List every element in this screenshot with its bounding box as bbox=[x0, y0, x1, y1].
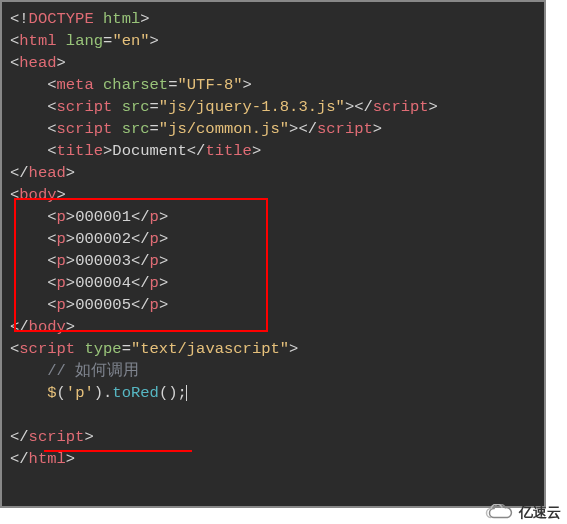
code-line: <p>000003</p> bbox=[10, 250, 536, 272]
code-line bbox=[10, 404, 536, 426]
tag: p bbox=[57, 296, 66, 314]
code-line: <p>000001</p> bbox=[10, 206, 536, 228]
code-line: <p>000005</p> bbox=[10, 294, 536, 316]
text: 000001 bbox=[75, 208, 131, 226]
code-line: <title>Document</title> bbox=[10, 140, 536, 162]
string: "js/jquery-1.8.3.js" bbox=[159, 98, 345, 116]
text: Document bbox=[112, 142, 186, 160]
attr: type bbox=[84, 340, 121, 358]
code-line: <script src="js/common.js"></script> bbox=[10, 118, 536, 140]
text: 000003 bbox=[75, 252, 131, 270]
string: "UTF-8" bbox=[177, 76, 242, 94]
code-line: <script src="js/jquery-1.8.3.js"></scrip… bbox=[10, 96, 536, 118]
tag: p bbox=[150, 274, 159, 292]
method: toRed bbox=[112, 384, 159, 402]
tag: p bbox=[57, 252, 66, 270]
tag: body bbox=[19, 186, 56, 204]
tag: p bbox=[150, 208, 159, 226]
attr: html bbox=[103, 10, 140, 28]
tag: body bbox=[29, 318, 66, 336]
code-line: </head> bbox=[10, 162, 536, 184]
highlight-underline bbox=[44, 450, 192, 452]
attr: src bbox=[122, 120, 150, 138]
string: 'p' bbox=[66, 384, 94, 402]
tag: p bbox=[150, 230, 159, 248]
doctype-keyword: DOCTYPE bbox=[29, 10, 94, 28]
punct: > bbox=[140, 10, 149, 28]
code-line: <!DOCTYPE html> bbox=[10, 8, 536, 30]
jq-dollar: $ bbox=[47, 384, 56, 402]
code-line: </body> bbox=[10, 316, 536, 338]
text: 000005 bbox=[75, 296, 131, 314]
code-editor[interactable]: <!DOCTYPE html> <html lang="en"> <head> … bbox=[0, 0, 546, 508]
code-line: <head> bbox=[10, 52, 536, 74]
tag: head bbox=[19, 54, 56, 72]
tag: script bbox=[373, 98, 429, 116]
punct: <! bbox=[10, 10, 29, 28]
code-line: <body> bbox=[10, 184, 536, 206]
tag: script bbox=[317, 120, 373, 138]
code-line: $('p').toRed(); bbox=[10, 382, 536, 404]
string: "en" bbox=[112, 32, 149, 50]
cloud-icon bbox=[485, 504, 515, 522]
tag: html bbox=[29, 450, 66, 468]
string: "text/javascript" bbox=[131, 340, 289, 358]
watermark: 亿速云 bbox=[485, 504, 561, 522]
text: 000004 bbox=[75, 274, 131, 292]
text: 000002 bbox=[75, 230, 131, 248]
attr: lang bbox=[66, 32, 103, 50]
code-line: <html lang="en"> bbox=[10, 30, 536, 52]
attr: charset bbox=[103, 76, 168, 94]
tag: p bbox=[57, 208, 66, 226]
code-line: // 如何调用 bbox=[10, 360, 536, 382]
comment: // 如何调用 bbox=[47, 362, 139, 380]
tag: title bbox=[205, 142, 252, 160]
code-line: </script> bbox=[10, 426, 536, 448]
tag: script bbox=[19, 340, 75, 358]
string: "js/common.js" bbox=[159, 120, 289, 138]
tag: html bbox=[19, 32, 56, 50]
tag: script bbox=[29, 428, 85, 446]
tag: head bbox=[29, 164, 66, 182]
text-cursor bbox=[186, 385, 187, 401]
tag: script bbox=[57, 120, 113, 138]
code-line: <p>000004</p> bbox=[10, 272, 536, 294]
tag: title bbox=[57, 142, 104, 160]
code-line: <script type="text/javascript"> bbox=[10, 338, 536, 360]
tag: p bbox=[57, 230, 66, 248]
code-line: <meta charset="UTF-8"> bbox=[10, 74, 536, 96]
watermark-text: 亿速云 bbox=[519, 504, 561, 522]
tag: p bbox=[150, 252, 159, 270]
tag: meta bbox=[57, 76, 94, 94]
tag: script bbox=[57, 98, 113, 116]
tag: p bbox=[57, 274, 66, 292]
tag: p bbox=[150, 296, 159, 314]
code-line: <p>000002</p> bbox=[10, 228, 536, 250]
punct: (); bbox=[159, 384, 187, 402]
attr: src bbox=[122, 98, 150, 116]
